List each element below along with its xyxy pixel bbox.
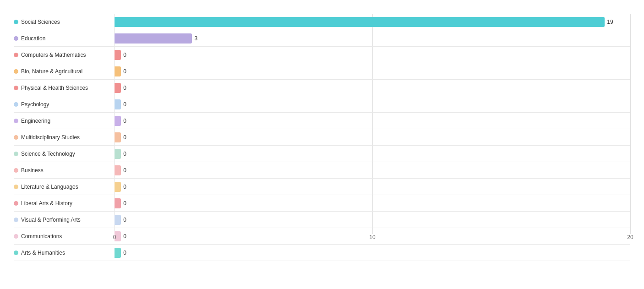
bar-fill xyxy=(115,99,121,109)
bar-track: 0 xyxy=(115,195,630,211)
bar-label-text: Bio, Nature & Agricultural xyxy=(21,68,82,75)
bar-fill xyxy=(115,116,121,126)
bar-dot xyxy=(14,36,18,41)
bar-row: Social Sciences19 xyxy=(14,14,630,30)
bar-dot xyxy=(14,168,18,173)
bar-track: 0 xyxy=(115,146,630,162)
bar-fill xyxy=(115,248,121,258)
bar-dot xyxy=(14,251,18,255)
bar-dot xyxy=(14,201,18,206)
x-axis-label: 10 xyxy=(369,234,375,240)
bar-label-text: Social Sciences xyxy=(21,19,60,25)
bar-track: 0 xyxy=(115,129,630,145)
bar-value-label: 0 xyxy=(123,68,126,75)
bar-fill xyxy=(115,165,121,175)
bar-label: Multidisciplinary Studies xyxy=(14,134,115,141)
bar-label: Science & Technology xyxy=(14,151,115,157)
bar-value-label: 19 xyxy=(607,19,613,25)
bar-track: 0 xyxy=(115,212,630,228)
bar-track: 0 xyxy=(115,96,630,112)
bar-fill xyxy=(115,66,121,76)
x-axis-label: 20 xyxy=(627,234,633,240)
bar-row: Business0 xyxy=(14,162,630,179)
bar-dot xyxy=(14,152,18,156)
bar-row: Psychology0 xyxy=(14,96,630,113)
bar-value-label: 0 xyxy=(123,101,126,108)
bar-track: 0 xyxy=(115,63,630,79)
bar-track: 19 xyxy=(115,14,630,30)
bar-label-text: Business xyxy=(21,167,44,174)
bar-label-text: Communications xyxy=(21,233,62,240)
x-axis-label: 0 xyxy=(113,234,116,240)
bar-label: Communications xyxy=(14,233,115,240)
bar-dot xyxy=(14,86,18,90)
bar-value-label: 0 xyxy=(123,85,126,91)
bar-fill xyxy=(115,149,121,159)
bars-section: Social Sciences19Education3Computers & M… xyxy=(14,14,630,234)
bar-label: Psychology xyxy=(14,101,115,108)
bar-label-text: Computers & Mathematics xyxy=(21,52,86,58)
bar-dot xyxy=(14,69,18,74)
bar-track: 3 xyxy=(115,30,630,46)
bar-row: Liberal Arts & History0 xyxy=(14,195,630,212)
x-axis: 01020 xyxy=(115,234,630,248)
bar-dot xyxy=(14,185,18,189)
bar-track: 0 xyxy=(115,47,630,63)
bar-label-text: Multidisciplinary Studies xyxy=(21,134,80,141)
bar-value-label: 0 xyxy=(123,250,126,256)
bar-dot xyxy=(14,53,18,57)
bar-fill xyxy=(115,83,121,93)
bar-label: Physical & Health Sciences xyxy=(14,85,115,91)
bar-dot xyxy=(14,102,18,107)
bar-row: Literature & Languages0 xyxy=(14,179,630,195)
bar-label: Bio, Nature & Agricultural xyxy=(14,68,115,75)
bar-value-label: 0 xyxy=(123,134,126,141)
bar-label-text: Psychology xyxy=(21,101,49,108)
bar-value-label: 0 xyxy=(123,167,126,174)
bar-label-text: Visual & Performing Arts xyxy=(21,217,81,223)
bar-fill xyxy=(115,33,192,44)
bar-dot xyxy=(14,135,18,140)
bar-dot xyxy=(14,119,18,123)
bar-row: Multidisciplinary Studies0 xyxy=(14,129,630,146)
bar-label: Social Sciences xyxy=(14,19,115,25)
bar-track: 0 xyxy=(115,179,630,195)
bar-label-text: Engineering xyxy=(21,118,50,124)
bar-track: 0 xyxy=(115,113,630,129)
bar-label-text: Arts & Humanities xyxy=(21,250,65,256)
bar-label: Arts & Humanities xyxy=(14,250,115,256)
bar-value-label: 0 xyxy=(123,151,126,157)
chart-container: Social Sciences19Education3Computers & M… xyxy=(0,0,644,289)
grid-line xyxy=(630,14,631,234)
bar-dot xyxy=(14,218,18,222)
bar-label: Literature & Languages xyxy=(14,184,115,190)
bar-label-text: Physical & Health Sciences xyxy=(21,85,88,91)
bar-row: Education3 xyxy=(14,30,630,47)
bar-label: Education xyxy=(14,35,115,42)
bar-dot xyxy=(14,234,18,239)
bar-row: Engineering0 xyxy=(14,113,630,129)
bar-track: 0 xyxy=(115,162,630,178)
bar-value-label: 0 xyxy=(123,52,126,58)
bar-dot xyxy=(14,20,18,24)
bar-fill xyxy=(115,182,121,192)
bar-value-label: 0 xyxy=(123,217,126,223)
bar-label-text: Education xyxy=(21,35,45,42)
bar-row: Computers & Mathematics0 xyxy=(14,47,630,63)
bar-fill xyxy=(115,50,121,60)
bar-label: Business xyxy=(14,167,115,174)
bar-row: Visual & Performing Arts0 xyxy=(14,212,630,228)
bar-fill xyxy=(115,215,121,225)
bar-row: Physical & Health Sciences0 xyxy=(14,80,630,96)
bar-value-label: 0 xyxy=(123,200,126,207)
bar-fill xyxy=(115,17,605,27)
bar-row: Bio, Nature & Agricultural0 xyxy=(14,63,630,80)
bar-label: Liberal Arts & History xyxy=(14,200,115,207)
bar-row: Science & Technology0 xyxy=(14,146,630,162)
bar-track: 0 xyxy=(115,80,630,96)
bar-value-label: 0 xyxy=(123,184,126,190)
bar-label-text: Liberal Arts & History xyxy=(21,200,72,207)
bar-label-text: Literature & Languages xyxy=(21,184,78,190)
bar-label-text: Science & Technology xyxy=(21,151,75,157)
bar-value-label: 3 xyxy=(195,35,198,42)
